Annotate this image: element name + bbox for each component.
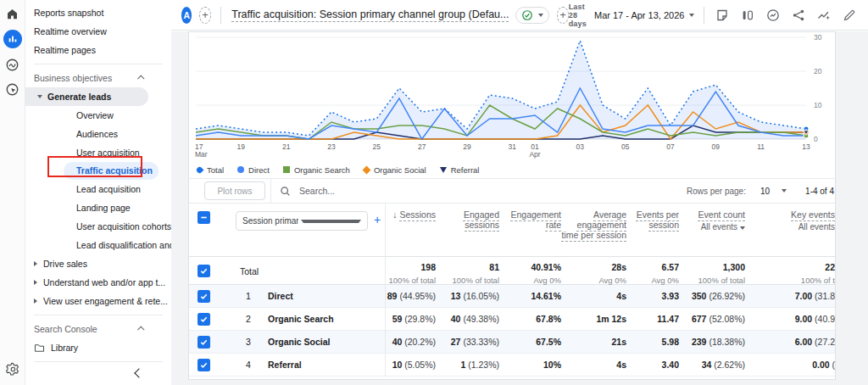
legend-direct[interactable]: Direct	[237, 165, 270, 175]
explore-icon[interactable]	[4, 56, 21, 73]
nav-item-view-user-engagement-rete[interactable]: View user engagement & rete...	[25, 292, 171, 310]
share-icon[interactable]	[791, 8, 805, 22]
nav-item-understand-web-and-or-app-t[interactable]: Understand web and/or app t...	[25, 273, 171, 292]
metric-cell: 40 (20.2%)	[385, 337, 436, 347]
section-label: Business objectives	[34, 69, 112, 87]
add-dimension-button[interactable]: +	[374, 214, 381, 226]
pagination-status: 1-4 of 4	[805, 187, 834, 196]
column-header-label: Events per session	[626, 209, 679, 230]
rows-per-page-value[interactable]: 10	[760, 187, 770, 196]
plot-rows-button[interactable]: Plot rows	[204, 181, 265, 200]
nav-item-landing-page[interactable]: Landing page	[25, 198, 171, 217]
circle-marker-icon	[237, 166, 244, 173]
scorecard-icon[interactable]	[765, 8, 780, 22]
caret-down-icon[interactable]	[782, 189, 787, 192]
select-all-checkbox[interactable]	[198, 211, 210, 224]
column-header-engagement-rate[interactable]: Engagement rate	[499, 204, 561, 256]
search-input[interactable]	[298, 185, 470, 197]
metric-cell: 0.00 (	[745, 360, 835, 370]
edit-icon[interactable]	[842, 8, 856, 22]
insights-icon[interactable]	[816, 8, 831, 22]
caret-down-icon	[689, 14, 694, 17]
legend-label: Referral	[451, 165, 480, 175]
nav-item-realtime-pages[interactable]: Realtime pages	[25, 41, 171, 59]
column-header-label: Engagement rate	[499, 209, 561, 230]
metric-cell: 10%	[499, 360, 561, 370]
legend-total[interactable]: Total	[197, 165, 224, 175]
caret-down-icon	[37, 95, 42, 98]
totals-metric-cell: 28sAvg 0%	[561, 257, 626, 285]
svg-text:03: 03	[576, 142, 585, 151]
row-checkbox[interactable]	[198, 359, 210, 371]
svg-text:25: 25	[373, 142, 381, 151]
column-header-sessions[interactable]: ↓Sessions	[385, 204, 436, 256]
nav-divider	[34, 64, 163, 64]
comparison-icon[interactable]	[740, 8, 754, 22]
home-icon[interactable]	[4, 5, 21, 22]
legend-organic-social[interactable]: Organic Social	[364, 165, 426, 175]
metric-cell: 67.8%	[499, 314, 561, 324]
caret-right-icon	[34, 299, 37, 304]
nav-item-user-acquisition-cohorts[interactable]: User acquisition cohorts	[25, 217, 171, 236]
column-header-events-per-session[interactable]: Events per session	[626, 204, 679, 256]
add-comparison-button[interactable]: +	[199, 7, 210, 24]
page-title[interactable]: Traffic acquisition: Session primary cha…	[231, 8, 509, 22]
date-range-picker[interactable]: Last 28 days Mar 17 - Apr 13, 2026	[569, 3, 695, 28]
svg-text:10: 10	[814, 101, 822, 109]
nav-item-drive-sales[interactable]: Drive sales	[25, 254, 171, 273]
nav-label: Understand web and/or app t...	[43, 273, 165, 292]
note-icon[interactable]	[715, 8, 729, 22]
svg-text:23: 23	[327, 142, 336, 151]
caret-right-icon	[34, 280, 37, 285]
table-row-organic-search: 2Organic Search59 (29.8%)40 (49.38%)67.8…	[189, 308, 835, 331]
totals-metric-cell: 1,300100% of total	[679, 257, 745, 285]
metric-cell: 9.00 (40.9	[745, 314, 835, 324]
add-report-button[interactable]: +	[557, 7, 568, 24]
nav-section-business-objectives[interactable]: Business objectives	[25, 69, 171, 87]
row-checkbox[interactable]	[198, 313, 210, 326]
legend-organic-search[interactable]: Organic Search	[283, 165, 350, 175]
column-header-key-events[interactable]: Key eventsAll events	[745, 204, 835, 256]
reports-icon[interactable]	[3, 30, 22, 48]
dimension-selector[interactable]: Session primary...Channel Group)	[236, 211, 368, 231]
nav-divider	[34, 315, 163, 315]
column-header-average-engagement-time-per-session[interactable]: Average engagement time per session	[561, 204, 626, 256]
row-checkbox[interactable]	[198, 336, 210, 349]
report-status-badge[interactable]	[515, 7, 549, 24]
column-header-engaged-sessions[interactable]: Engaged sessions	[436, 204, 499, 256]
nav-item-generate-leads[interactable]: Generate leads	[25, 87, 148, 106]
channel-name: Referral	[268, 360, 302, 370]
nav-item-realtime-overview[interactable]: Realtime overview	[25, 22, 171, 41]
nav-section-search-console[interactable]: Search Console	[25, 320, 171, 338]
avatar[interactable]: A	[181, 7, 192, 24]
totals-metric-cell: 198100% of total	[385, 257, 436, 285]
metric-cell: 239 (18.38%)	[679, 337, 745, 347]
nav-item-lead-acquisition[interactable]: Lead acquisition	[25, 180, 171, 198]
metric-cell: 1 (1.23%)	[436, 360, 499, 370]
totals-checkbox[interactable]	[198, 265, 210, 277]
nav-item-lead-disqualification-and-l[interactable]: Lead disqualification and l...	[25, 236, 171, 254]
chart-canvas: 17Mar1921232527293101Apr0305070911130102…	[189, 32, 836, 161]
metric-cell: 4s	[561, 291, 626, 301]
column-subheader: All events	[745, 222, 835, 232]
rows-per-page-label: Rows per page:	[687, 187, 746, 196]
column-header-label: Event count	[679, 209, 745, 220]
collapse-nav-button[interactable]	[132, 366, 146, 380]
advertising-icon[interactable]	[4, 81, 21, 98]
column-header-label: Engaged sessions	[436, 209, 499, 230]
nav-item-reports-snapshot[interactable]: Reports snapshot	[25, 3, 171, 22]
settings-gear-icon[interactable]	[0, 362, 25, 377]
caret-right-icon	[34, 261, 37, 266]
nav-item-audiences[interactable]: Audiences	[25, 125, 171, 143]
nav-item-library[interactable]: Library	[25, 338, 171, 357]
nav-item-traffic-acquisition[interactable]: Traffic acquisition	[64, 162, 159, 180]
nav-item-user-acquisition[interactable]: User acquisition	[25, 143, 171, 162]
dimension-selector-value: Session primary...Channel Group)	[242, 216, 298, 226]
column-header-event-count[interactable]: Event countAll events	[679, 204, 745, 256]
chart-legend: TotalDirectOrganic SearchOrganic SocialR…	[189, 161, 835, 178]
legend-referral[interactable]: Referral	[440, 165, 480, 175]
row-checkbox[interactable]	[198, 290, 210, 303]
totals-metric-cell: 81100% of total	[436, 257, 499, 285]
nav-item-overview[interactable]: Overview	[25, 106, 171, 125]
metric-cell: 4s	[561, 360, 626, 370]
